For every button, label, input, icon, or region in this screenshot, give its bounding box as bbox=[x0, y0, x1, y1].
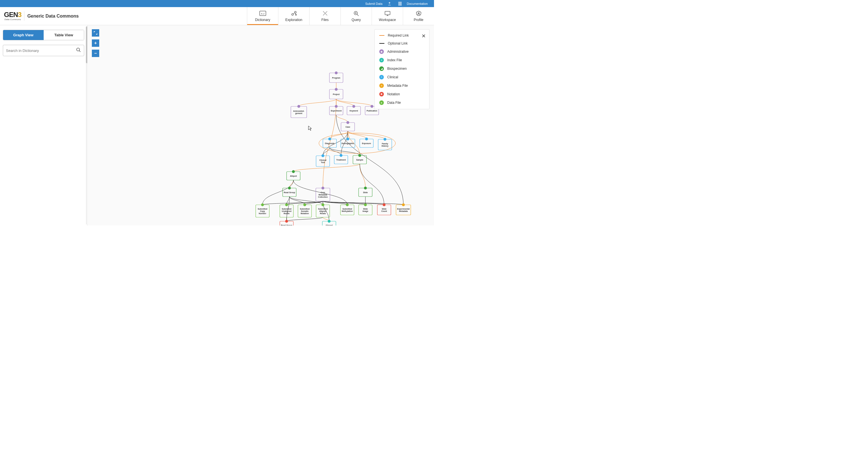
logo-wordmark: GEN3 bbox=[4, 11, 21, 18]
search-icon bbox=[76, 48, 81, 54]
node-category-badge bbox=[328, 220, 331, 223]
node-submitted_unaligned_reads[interactable]: SubmittedUnalignedReads bbox=[280, 203, 293, 217]
node-treatment[interactable]: Treatment bbox=[334, 154, 348, 164]
graph-view-button[interactable]: Graph View bbox=[3, 30, 44, 40]
node-label: Slide bbox=[363, 208, 368, 210]
upload-icon bbox=[386, 2, 393, 6]
nav-tab-dictionary[interactable]: A-ZDictionary bbox=[247, 7, 278, 25]
node-experimental_metadata[interactable]: ExperimentalMetadata bbox=[396, 203, 411, 215]
legend-label: Administrative bbox=[387, 50, 408, 54]
view-toggle: Graph View Table View bbox=[3, 30, 84, 40]
documentation-link[interactable]: Documentation bbox=[405, 2, 430, 5]
node-experiment[interactable]: Experiment bbox=[330, 105, 343, 115]
site-title: Generic Data Commons bbox=[27, 13, 79, 19]
node-exposure[interactable]: Exposure bbox=[360, 138, 373, 148]
nav-tab-files[interactable]: Files bbox=[309, 7, 340, 25]
nav-tab-workspace[interactable]: Workspace bbox=[372, 7, 403, 25]
node-category-badge bbox=[292, 170, 295, 173]
legend-label: Metadata File bbox=[387, 84, 408, 88]
legend-label: Biospecimen bbox=[387, 67, 407, 71]
node-label: Aligned bbox=[326, 224, 333, 226]
legend-dot-swatch: ◢ bbox=[379, 66, 384, 71]
primary-nav: A-ZDictionaryExplorationFilesQueryWorksp… bbox=[247, 7, 434, 25]
node-aliquot[interactable]: Aliquot bbox=[287, 170, 300, 180]
legend-dot-swatch: ▸ bbox=[379, 100, 384, 105]
node-submitted_somatic_mutation[interactable]: SubmittedSomaticMutation bbox=[298, 203, 312, 217]
workspace-icon bbox=[383, 10, 392, 16]
gen3-logo[interactable]: GEN3 Data Commons bbox=[4, 11, 24, 21]
node-label: History bbox=[381, 145, 389, 147]
logo-subtitle: Data Commons bbox=[4, 18, 21, 21]
exploration-icon bbox=[290, 10, 298, 16]
node-slide[interactable]: Slide bbox=[359, 187, 372, 197]
search-input[interactable] bbox=[6, 49, 76, 53]
node-keyword[interactable]: Keyword bbox=[347, 105, 361, 115]
node-submitted_copy_number[interactable]: SubmittedCopyNumber bbox=[256, 203, 269, 217]
node-sample[interactable]: Sample bbox=[353, 154, 367, 164]
node-category-badge bbox=[261, 203, 264, 206]
dictionary-icon: A-Z bbox=[259, 10, 267, 16]
node-category-badge bbox=[364, 187, 367, 189]
svg-rect-6 bbox=[385, 11, 390, 15]
node-acknowledgement[interactable]: Acknowled-gement bbox=[291, 105, 307, 118]
node-submitted_methylation[interactable]: SubmittedMethylation bbox=[340, 203, 354, 215]
node-core_metadata[interactable]: CoreMetadataCollection bbox=[316, 187, 330, 201]
legend-dot-swatch: ≡ bbox=[379, 83, 384, 88]
node-category-badge bbox=[358, 154, 361, 157]
nav-tab-label: Exploration bbox=[285, 18, 302, 22]
dictionary-search[interactable] bbox=[3, 45, 84, 56]
node-case[interactable]: Case bbox=[341, 121, 354, 131]
node-aligned_reads_index[interactable]: AlignedReadsIndex bbox=[322, 220, 336, 226]
nav-tab-label: Dictionary bbox=[255, 18, 270, 22]
node-label: Count bbox=[381, 210, 387, 212]
node-label: Publication bbox=[367, 110, 377, 112]
node-submitted_aligned_reads[interactable]: SubmittedAlignedReads bbox=[316, 203, 330, 217]
dictionary-sidebar: Graph View Table View bbox=[0, 25, 87, 226]
graph-edge bbox=[336, 115, 403, 205]
legend-line-swatch bbox=[379, 35, 384, 36]
nav-tab-label: Profile bbox=[413, 18, 423, 22]
node-label: Experimental bbox=[397, 208, 410, 210]
node-diagnosis[interactable]: Diagnosis bbox=[323, 138, 337, 148]
node-family_history[interactable]: FamilyHistory bbox=[378, 138, 392, 150]
legend-label: Clinical bbox=[387, 75, 398, 79]
node-label: Metadata bbox=[399, 210, 408, 212]
legend-item: ▸Data File bbox=[379, 100, 425, 105]
legend-item: ≡Metadata File bbox=[379, 83, 425, 88]
node-label: Reads bbox=[320, 212, 326, 214]
legend-item: Optional Link bbox=[379, 41, 425, 46]
legend-label: Optional Link bbox=[388, 41, 408, 46]
legend-item: ◢Biospecimen bbox=[379, 66, 425, 71]
node-category-badge bbox=[321, 154, 324, 157]
node-label: Methylation bbox=[342, 210, 353, 212]
svg-point-4 bbox=[296, 14, 297, 15]
node-category-badge bbox=[288, 187, 291, 189]
node-category-badge bbox=[335, 105, 338, 108]
table-view-button[interactable]: Table View bbox=[44, 30, 84, 40]
top-utility-bar: Submit Data Documentation bbox=[0, 0, 434, 7]
legend-item: Required Link bbox=[379, 33, 425, 37]
node-category-badge bbox=[340, 154, 342, 157]
node-label: Slide bbox=[382, 208, 387, 210]
node-category-badge bbox=[402, 203, 405, 206]
node-project[interactable]: Project bbox=[330, 88, 343, 99]
node-program[interactable]: Program bbox=[330, 71, 343, 83]
nav-tab-exploration[interactable]: Exploration bbox=[278, 7, 309, 25]
close-icon[interactable]: ✕ bbox=[422, 33, 426, 39]
nav-tab-query[interactable]: Query bbox=[340, 7, 372, 25]
graph-canvas[interactable]: + − ProgramProjectAcknowled-gementExperi… bbox=[87, 25, 434, 226]
node-read_group[interactable]: Read Group bbox=[283, 187, 296, 197]
graph-edge bbox=[323, 201, 384, 205]
nav-tab-profile[interactable]: Profile bbox=[403, 7, 434, 25]
node-label: Diagnosis bbox=[325, 142, 335, 145]
node-category-badge bbox=[383, 138, 386, 141]
graph-edge bbox=[289, 197, 305, 205]
submit-data-link[interactable]: Submit Data bbox=[362, 2, 395, 6]
node-slide_count[interactable]: SlideCount bbox=[377, 203, 391, 215]
node-read_group_qc[interactable]: Read GroupQC bbox=[280, 220, 293, 226]
graph-edge bbox=[299, 99, 336, 107]
node-category-badge bbox=[303, 203, 306, 206]
node-slide_image[interactable]: SlideImage bbox=[359, 203, 372, 215]
node-clinical_test[interactable]: ClinicalTest bbox=[316, 154, 330, 167]
legend-dot-swatch: + bbox=[379, 75, 384, 80]
